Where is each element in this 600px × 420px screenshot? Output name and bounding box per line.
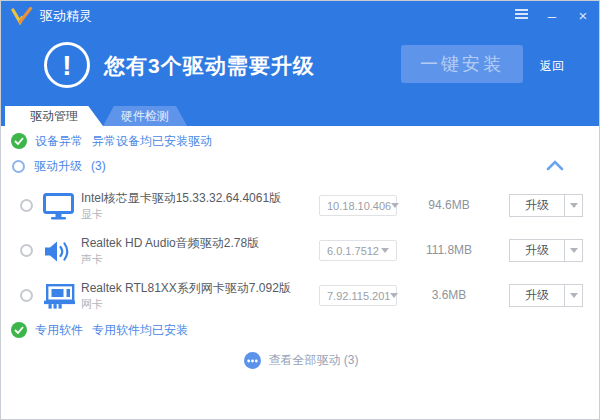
tabbar: 驱动管理 硬件检测: [1, 106, 600, 126]
driver-row-realtek-nic: Realtek RTL81XX系列网卡驱动7.092版 网卡 7.92.115.…: [1, 274, 600, 319]
driver-select-radio[interactable]: [20, 199, 33, 212]
check-icon: [11, 133, 27, 149]
upgrade-options-button[interactable]: [565, 194, 583, 217]
driver-select-radio[interactable]: [20, 244, 33, 257]
driver-select-radio[interactable]: [20, 289, 33, 302]
version-dropdown[interactable]: 7.92.115.201: [319, 285, 397, 306]
upgrade-button[interactable]: 升级: [509, 239, 565, 262]
driver-category: 显卡: [81, 207, 281, 222]
banner-message: 您有3个驱动需要升级: [104, 52, 315, 80]
app-logo-icon: [11, 7, 33, 25]
chevron-down-icon: [391, 203, 399, 208]
special-software-detail: 专用软件均已安装: [92, 322, 188, 339]
version-value: 10.18.10.406: [327, 200, 391, 212]
driver-category: 声卡: [81, 252, 259, 267]
driver-row-realtek-audio: Realtek HD Audio音频驱动2.78版 声卡 6.0.1.7512 …: [1, 229, 600, 274]
close-icon[interactable]: ×: [575, 1, 591, 31]
window-controls: – ×: [513, 1, 591, 31]
ellipsis-icon: [244, 352, 261, 369]
tab-hardware-detection[interactable]: 硬件检测: [103, 106, 187, 126]
driver-info: Realtek RTL81XX系列网卡驱动7.092版 网卡: [81, 280, 291, 312]
upgrade-button[interactable]: 升级: [509, 284, 565, 307]
chevron-up-icon[interactable]: [546, 157, 566, 171]
driver-info: Intel核芯显卡驱动15.33.32.64.4061版 显卡: [81, 190, 281, 222]
chevron-down-icon: [570, 203, 578, 208]
chevron-down-icon: [570, 293, 578, 298]
special-software-label: 专用软件: [35, 322, 83, 339]
upgrade-split-button: 升级: [509, 239, 583, 262]
device-status-label: 设备异常: [35, 133, 83, 150]
header: 驱动精灵 – × ! 您有3个驱动需要升级 一键安装 返回 驱动管理 硬件检测: [1, 1, 600, 126]
chevron-down-icon: [390, 293, 398, 298]
view-all-drivers-link[interactable]: 查看全部驱动 (3): [1, 352, 600, 369]
menu-bars: [515, 7, 528, 21]
menu-icon[interactable]: [513, 1, 529, 31]
view-all-label: 查看全部驱动 (3): [269, 352, 359, 369]
driver-category: 网卡: [81, 297, 291, 312]
upgrade-button[interactable]: 升级: [509, 194, 565, 217]
driver-upgrade-label: 驱动升级: [34, 158, 82, 175]
minimize-icon[interactable]: –: [544, 1, 560, 31]
app-window: 驱动精灵 – × ! 您有3个驱动需要升级 一键安装 返回 驱动管理 硬件检测 …: [0, 0, 600, 420]
upgrade-options-button[interactable]: [565, 284, 583, 307]
chevron-down-icon: [381, 248, 389, 253]
driver-name: Intel核芯显卡驱动15.33.32.64.4061版: [81, 190, 281, 207]
app-title: 驱动精灵: [40, 7, 92, 25]
special-software-row: 专用软件 专用软件均已安装: [11, 321, 188, 339]
upgrade-split-button: 升级: [509, 284, 583, 307]
tab-driver-management[interactable]: 驱动管理: [5, 106, 103, 126]
driver-size: 3.6MB: [409, 288, 489, 302]
driver-size: 111.8MB: [409, 243, 489, 257]
monitor-icon: [43, 193, 74, 224]
circle-icon: [12, 160, 25, 173]
driver-upgrade-row: 驱动升级 (3): [11, 157, 106, 175]
driver-size: 94.6MB: [409, 198, 489, 212]
driver-name: Realtek HD Audio音频驱动2.78版: [81, 235, 259, 252]
device-status-detail: 异常设备均已安装驱动: [92, 133, 212, 150]
upgrade-options-button[interactable]: [565, 239, 583, 262]
driver-name: Realtek RTL81XX系列网卡驱动7.092版: [81, 280, 291, 297]
chevron-down-icon: [570, 248, 578, 253]
check-icon: [11, 322, 27, 338]
titlebar: 驱动精灵 – ×: [1, 1, 600, 31]
version-value: 7.92.115.201: [327, 290, 390, 302]
driver-info: Realtek HD Audio音频驱动2.78版 声卡: [81, 235, 259, 267]
version-dropdown[interactable]: 10.18.10.406: [319, 195, 397, 216]
alert-icon: !: [44, 42, 90, 88]
upgrade-split-button: 升级: [509, 194, 583, 217]
driver-upgrade-count: (3): [91, 159, 106, 173]
version-dropdown[interactable]: 6.0.1.7512: [319, 240, 397, 261]
back-link[interactable]: 返回: [540, 58, 564, 75]
speaker-icon: [43, 238, 71, 269]
one-click-install-button[interactable]: 一键安装: [401, 45, 523, 83]
driver-row-intel-gpu: Intel核芯显卡驱动15.33.32.64.4061版 显卡 10.18.10…: [1, 184, 600, 229]
device-status-row: 设备异常 异常设备均已安装驱动: [11, 132, 212, 150]
version-value: 6.0.1.7512: [327, 245, 379, 257]
network-card-icon: [43, 283, 75, 314]
